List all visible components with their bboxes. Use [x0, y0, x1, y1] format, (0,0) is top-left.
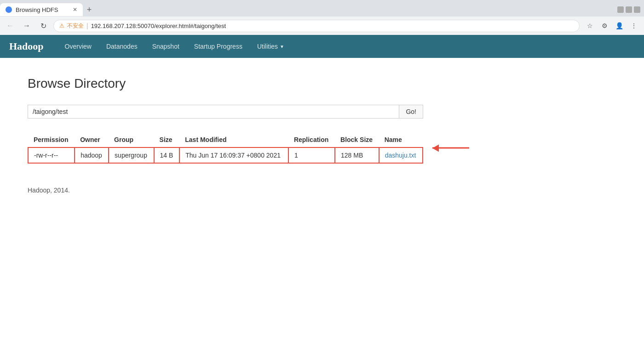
refresh-button[interactable]: ↻	[37, 19, 50, 32]
utilities-dropdown-caret: ▼	[280, 44, 284, 49]
maximize-button[interactable]	[626, 6, 632, 13]
cell-replication: 1	[288, 147, 335, 163]
new-tab-button[interactable]: +	[83, 3, 96, 16]
nav-overview[interactable]: Overview	[58, 35, 99, 58]
security-label: 不安全	[67, 22, 84, 30]
tab-title: Browsing HDFS	[16, 6, 58, 13]
footer-text: Hadoop, 2014.	[28, 187, 616, 194]
extensions-button[interactable]: ⚙	[598, 19, 611, 32]
tab-bar: Browsing HDFS ✕ +	[0, 0, 644, 17]
cell-size: 14 B	[154, 147, 180, 163]
go-button[interactable]: Go!	[399, 105, 423, 119]
cell-permission: -rw-r--r--	[28, 147, 75, 163]
annotation-arrow	[432, 147, 469, 149]
cell-owner: hadoop	[75, 147, 109, 163]
nav-utilities[interactable]: Utilities ▼	[250, 35, 292, 58]
back-button[interactable]: ←	[4, 19, 17, 32]
col-name: Name	[379, 132, 423, 147]
minimize-button[interactable]	[617, 6, 624, 13]
address-text[interactable]: 192.168.207.128:50070/explorer.html#/tai…	[91, 23, 574, 29]
col-block-size: Block Size	[335, 132, 379, 147]
url-separator: |	[86, 22, 88, 29]
col-last-modified: Last Modified	[179, 132, 288, 147]
page-title: Browse Directory	[28, 76, 616, 91]
path-input[interactable]	[28, 105, 399, 119]
bookmark-button[interactable]: ☆	[583, 19, 596, 32]
browser-actions: ☆ ⚙ 👤 ⋮	[583, 19, 640, 32]
nav-startup-progress[interactable]: Startup Progress	[187, 35, 250, 58]
forward-button[interactable]: →	[20, 19, 33, 32]
cell-group: supergroup	[109, 147, 154, 163]
col-group: Group	[109, 132, 154, 147]
nav-snapshot[interactable]: Snapshot	[145, 35, 187, 58]
col-permission: Permission	[28, 132, 75, 147]
navbar: Hadoop Overview Datanodes Snapshot Start…	[0, 35, 644, 58]
cell-name: dashuju.txt	[379, 147, 423, 163]
cell-block-size: 128 MB	[335, 147, 379, 163]
profile-button[interactable]: 👤	[613, 19, 626, 32]
annotation-wrapper: Permission Owner Group Size Last Modifie…	[28, 132, 423, 164]
nav-links: Overview Datanodes Snapshot Startup Prog…	[58, 35, 292, 58]
arrow-line	[432, 147, 469, 149]
tab-favicon	[6, 6, 12, 13]
path-form: Go!	[28, 105, 423, 119]
directory-table: Permission Owner Group Size Last Modifie…	[28, 132, 423, 164]
file-link[interactable]: dashuju.txt	[385, 152, 416, 159]
main-content: Browse Directory Go! Permission Owner Gr…	[0, 58, 644, 212]
col-replication: Replication	[288, 132, 335, 147]
browser-tab[interactable]: Browsing HDFS ✕	[0, 3, 83, 16]
address-input-wrap[interactable]: ⚠ 不安全 | 192.168.207.128:50070/explorer.h…	[53, 20, 580, 32]
browser-chrome: Browsing HDFS ✕ + ← → ↻ ⚠ 不安全 | 192.168.…	[0, 0, 644, 35]
table-row: -rw-r--r-- hadoop supergroup 14 B Thu Ju…	[28, 147, 423, 163]
col-size: Size	[154, 132, 180, 147]
cell-last-modified: Thu Jun 17 16:09:37 +0800 2021	[179, 147, 288, 163]
close-window-button[interactable]	[634, 6, 640, 13]
security-icon: ⚠	[59, 23, 64, 29]
address-bar: ← → ↻ ⚠ 不安全 | 192.168.207.128:50070/expl…	[0, 17, 644, 35]
nav-datanodes[interactable]: Datanodes	[99, 35, 145, 58]
tab-close-button[interactable]: ✕	[73, 6, 77, 13]
col-owner: Owner	[75, 132, 109, 147]
table-header-row: Permission Owner Group Size Last Modifie…	[28, 132, 423, 147]
navbar-brand: Hadoop	[9, 40, 44, 52]
menu-button[interactable]: ⋮	[627, 19, 640, 32]
